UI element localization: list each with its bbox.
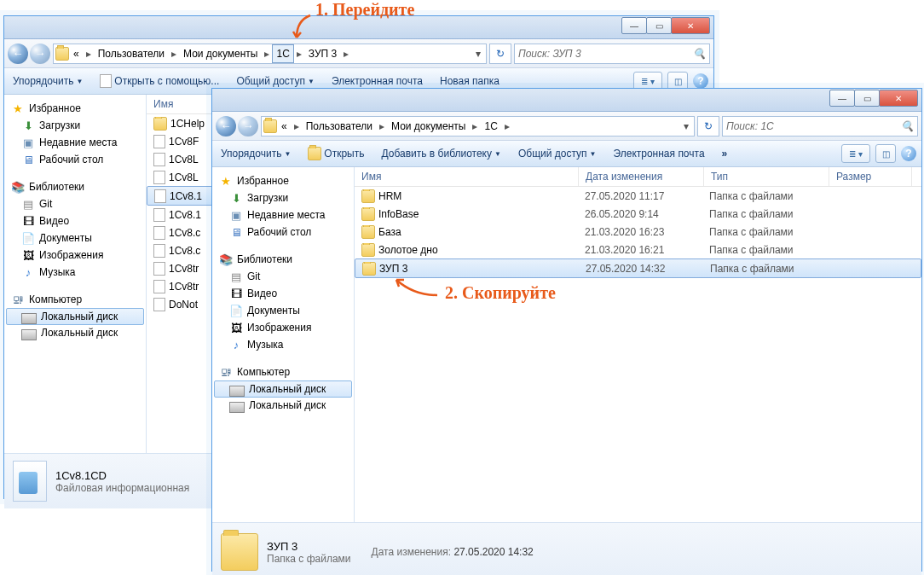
- nav-computer[interactable]: 🖳Компьютер: [6, 291, 144, 308]
- nav-music[interactable]: ♪Музыка: [6, 264, 144, 281]
- back-button[interactable]: ←: [216, 116, 236, 136]
- toolbar: Упорядочить ▼ Открыть Добавить в библиот…: [212, 141, 921, 167]
- maximize-button[interactable]: ▭: [646, 17, 672, 34]
- col-name[interactable]: Имя: [355, 167, 579, 186]
- help-icon[interactable]: ?: [693, 73, 708, 89]
- nav-favorites[interactable]: ★Избранное: [214, 172, 352, 189]
- back-button[interactable]: ←: [8, 44, 28, 64]
- nav-images[interactable]: 🖼Изображения: [214, 319, 352, 336]
- titlebar[interactable]: — ▭ ✕: [4, 16, 713, 39]
- folder-icon: [361, 207, 375, 221]
- col-type[interactable]: Тип: [704, 167, 829, 186]
- share-button[interactable]: Общий доступ ▼: [233, 73, 318, 89]
- email-button[interactable]: Электронная почта: [328, 73, 426, 89]
- breadcrumb-back[interactable]: «: [69, 44, 84, 63]
- nav-docs[interactable]: 📄Документы: [214, 302, 352, 319]
- nav-desktop[interactable]: 🖥Рабочий стол: [214, 224, 352, 241]
- nav-git[interactable]: ▤Git: [214, 268, 352, 285]
- nav-video[interactable]: 🎞Видео: [214, 285, 352, 302]
- search-icon: 🔍: [901, 120, 914, 132]
- help-icon[interactable]: ?: [901, 146, 916, 161]
- organize-button[interactable]: Упорядочить ▼: [217, 146, 294, 161]
- minimize-button[interactable]: —: [621, 17, 647, 34]
- search-icon: 🔍: [693, 48, 706, 60]
- col-size[interactable]: Размер: [829, 167, 912, 186]
- addlib-button[interactable]: Добавить в библиотеку ▼: [378, 146, 504, 161]
- file-icon: [153, 208, 165, 222]
- minimize-button[interactable]: —: [829, 90, 855, 107]
- file-list: Имя Дата изменения Тип Размер HRM27.05.2…: [355, 167, 921, 522]
- refresh-button[interactable]: ↻: [489, 44, 511, 64]
- folder-icon: [362, 262, 376, 276]
- search-input[interactable]: Поиск: ЗУП 3🔍: [514, 44, 710, 64]
- forward-button[interactable]: →: [238, 116, 258, 136]
- openwith-button[interactable]: Открыть с помощью...: [96, 73, 222, 90]
- forward-button[interactable]: →: [30, 44, 50, 64]
- view-button[interactable]: ≣ ▾: [841, 144, 870, 163]
- breadcrumb-docs[interactable]: Мои документы: [387, 117, 470, 136]
- column-headers[interactable]: Имя Дата изменения Тип Размер: [355, 167, 921, 187]
- maximize-button[interactable]: ▭: [854, 90, 880, 107]
- address-bar[interactable]: «▸ Пользователи▸ Мои документы▸ 1C▸ ЗУП …: [53, 44, 487, 64]
- email-button[interactable]: Электронная почта: [609, 146, 707, 161]
- nav-music[interactable]: ♪Музыка: [214, 336, 352, 353]
- folder-row[interactable]: Золотое дно21.03.2020 16:21Папка с файла…: [355, 241, 921, 258]
- col-date[interactable]: Дата изменения: [579, 167, 704, 186]
- close-button[interactable]: ✕: [879, 90, 918, 107]
- preview-pane-button[interactable]: ◫: [875, 144, 896, 163]
- drive-icon: [21, 329, 37, 340]
- titlebar[interactable]: — ▭ ✕: [212, 89, 921, 112]
- nav-computer[interactable]: 🖳Компьютер: [214, 363, 352, 380]
- open-button[interactable]: Открыть: [304, 145, 367, 162]
- breadcrumb-1c[interactable]: 1C: [480, 117, 501, 136]
- nav-desktop[interactable]: 🖥Рабочий стол: [6, 151, 144, 168]
- folder-row[interactable]: InfoBase26.05.2020 9:14Папка с файлами: [355, 205, 921, 223]
- address-bar[interactable]: «▸ Пользователи▸ Мои документы▸ 1C▸ ▾: [261, 116, 695, 136]
- navbar: ← → «▸ Пользователи▸ Мои документы▸ 1C▸ …: [4, 39, 713, 68]
- breadcrumb-back[interactable]: «: [277, 117, 292, 136]
- nav-favorites[interactable]: ★Избранное: [6, 100, 144, 117]
- nav-docs[interactable]: 📄Документы: [6, 229, 144, 247]
- search-input[interactable]: Поиск: 1C🔍: [722, 116, 918, 136]
- breadcrumb-1c[interactable]: 1C: [272, 44, 293, 63]
- share-button[interactable]: Общий доступ ▼: [515, 146, 600, 161]
- breadcrumb-users[interactable]: Пользователи: [302, 117, 377, 136]
- status-filename: 1Cv8.1CD: [55, 469, 189, 482]
- breadcrumb-zup3[interactable]: ЗУП 3: [304, 44, 341, 63]
- close-button[interactable]: ✕: [671, 17, 710, 34]
- folder-icon: [361, 225, 375, 239]
- folder-row[interactable]: HRM27.05.2020 11:17Папка с файлами: [355, 187, 921, 205]
- more-button[interactable]: »: [719, 146, 731, 161]
- nav-disk1[interactable]: Локальный диск: [6, 308, 144, 325]
- nav-libraries[interactable]: 📚Библиотеки: [214, 251, 352, 268]
- drive-icon: [21, 313, 37, 324]
- nav-video[interactable]: 🎞Видео: [6, 212, 144, 229]
- nav-recent[interactable]: ▣Недавние места: [214, 206, 352, 224]
- status-desc: Файловая информационная: [55, 482, 189, 494]
- nav-disk2[interactable]: Локальный диск: [6, 325, 144, 340]
- nav-disk2[interactable]: Локальный диск: [214, 398, 352, 413]
- nav-downloads[interactable]: ⬇Загрузки: [214, 189, 352, 206]
- organize-button[interactable]: Упорядочить ▼: [9, 73, 86, 89]
- nav-git[interactable]: ▤Git: [6, 195, 144, 212]
- nav-images[interactable]: 🖼Изображения: [6, 247, 144, 264]
- newfolder-button[interactable]: Новая папка: [436, 73, 503, 89]
- breadcrumb-users[interactable]: Пользователи: [94, 44, 169, 63]
- status-bar: ЗУП 3 Папка с файлами Дата изменения: 27…: [212, 522, 921, 575]
- folder-row-selected[interactable]: ЗУП 327.05.2020 14:32Папка с файлами: [355, 258, 921, 278]
- nav-recent[interactable]: ▣Недавние места: [6, 134, 144, 151]
- nav-libraries[interactable]: 📚Библиотеки: [6, 178, 144, 195]
- nav-disk1[interactable]: Локальный диск: [214, 380, 352, 398]
- breadcrumb-docs[interactable]: Мои документы: [179, 44, 262, 63]
- navbar: ← → «▸ Пользователи▸ Мои документы▸ 1C▸ …: [212, 112, 921, 141]
- file-icon: [153, 153, 165, 166]
- folder-row[interactable]: База21.03.2020 16:23Папка с файлами: [355, 223, 921, 241]
- refresh-button[interactable]: ↻: [697, 116, 719, 136]
- file-icon: [153, 135, 165, 148]
- file-icon: [153, 262, 165, 276]
- nav-pane: ★Избранное ⬇Загрузки ▣Недавние места 🖥Ра…: [4, 95, 147, 453]
- nav-downloads[interactable]: ⬇Загрузки: [6, 117, 144, 134]
- file-icon: [153, 226, 165, 240]
- drive-icon: [229, 386, 245, 397]
- status-name: ЗУП 3: [267, 540, 351, 553]
